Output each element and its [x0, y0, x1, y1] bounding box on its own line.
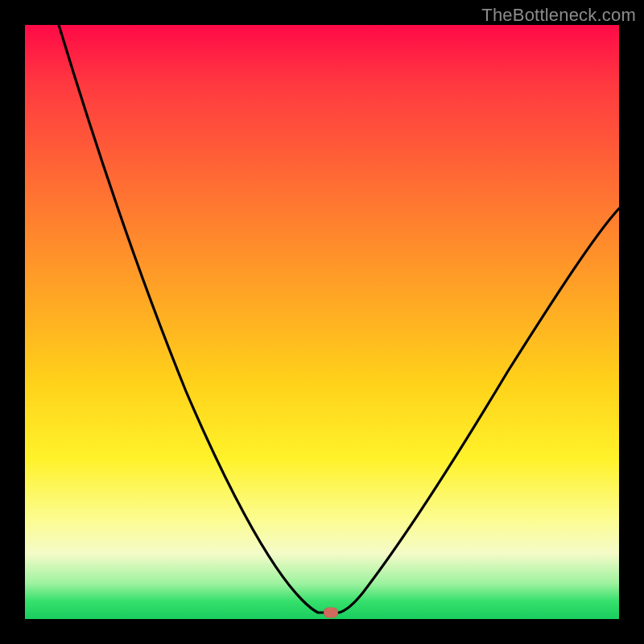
bottleneck-curve: [25, 25, 619, 619]
curve-path: [59, 25, 619, 613]
watermark-text: TheBottleneck.com: [481, 5, 636, 26]
chart-stage: TheBottleneck.com: [0, 0, 644, 644]
plot-area: [25, 25, 619, 619]
optimal-point-marker: [324, 608, 338, 618]
